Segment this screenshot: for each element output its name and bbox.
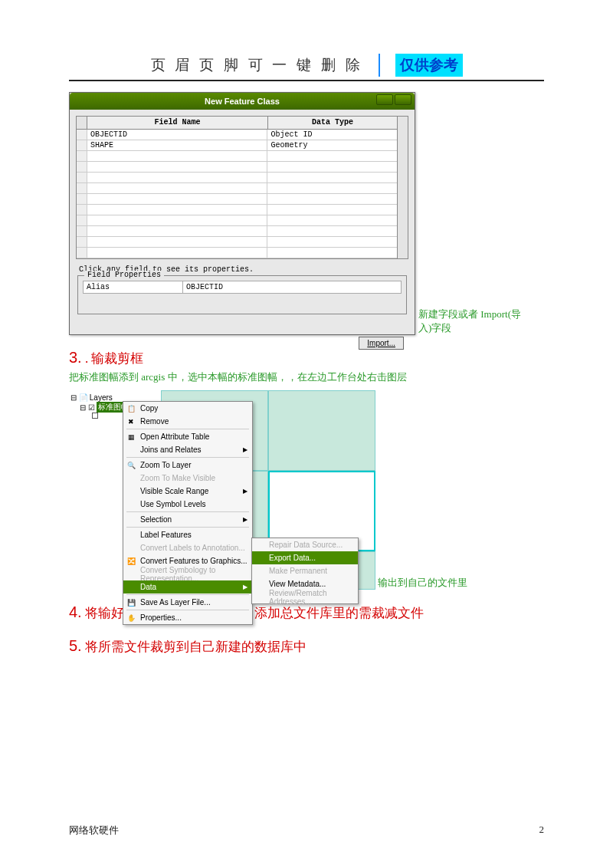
annotation-export: 输出到自己的文件里: [378, 576, 467, 590]
prop-value[interactable]: OBJECTID: [183, 281, 401, 293]
ctx-convert-symbology: Convert Symbology to Representation...: [123, 567, 252, 580]
toc-layers[interactable]: Layers: [90, 393, 113, 402]
prop-key: Alias: [84, 281, 183, 293]
section-3-heading: 3. . 输裁剪框: [69, 346, 544, 369]
annotation-import: 新建字段或者 Import(导入)字段: [418, 307, 526, 335]
context-submenu-data[interactable]: Repair Data Source... Export Data... Mak…: [251, 538, 359, 604]
new-feature-class-dialog: New Feature Class Field Name Data Type: [69, 92, 415, 335]
grid-scrollbar[interactable]: [397, 117, 408, 258]
ctx-zoom-make-visible: Zoom To Make Visible: [123, 472, 252, 485]
import-button[interactable]: Import...: [359, 337, 404, 350]
ctx-open-attr-table[interactable]: ▦Open Attribute Table: [123, 430, 252, 443]
dialog-titlebar: New Feature Class: [70, 93, 415, 110]
section-5-heading: 5. 将所需文件裁剪到自己新建的数据库中: [69, 634, 544, 657]
ctx-convert-labels: Convert Labels to Annotation...: [123, 541, 252, 554]
header-badge: 仅供参考: [395, 54, 463, 77]
ctx-copy[interactable]: 📋Copy: [123, 402, 252, 415]
col-data-type: Data Type: [268, 117, 397, 129]
ctx-selection[interactable]: Selection▶: [123, 513, 252, 526]
header-rule: [69, 80, 544, 81]
subctx-rematch: Review/Rematch Addresses...: [252, 590, 358, 603]
subctx-make-permanent: Make Permanent: [252, 564, 358, 577]
field-properties-legend: Field Properties: [84, 271, 164, 279]
ctx-properties[interactable]: ✋Properties...: [123, 611, 252, 624]
subctx-repair: Repair Data Source...: [252, 538, 358, 551]
ctx-visible-scale-range[interactable]: Visible Scale Range▶: [123, 485, 252, 498]
arcgis-context-menu-scene: ⊟ 📄 Layers ⊟ ☑ 标准图幅 📋Copy ✖Remove ▦Open …: [69, 390, 375, 590]
field-properties-group: Field Properties Alias OBJECTID: [77, 275, 407, 314]
ctx-save-layer-file[interactable]: 💾Save As Layer File...: [123, 596, 252, 609]
section-3-sub: 把标准图幅添到 arcgis 中，选中本幅的标准图幅，，在左边工作台处右击图层: [69, 370, 544, 384]
ctx-label-features[interactable]: Label Features: [123, 528, 252, 541]
maximize-button[interactable]: [395, 94, 411, 105]
footer-page-number: 2: [539, 824, 545, 837]
page-header-title: 页 眉 页 脚 可 一 键 删 除: [151, 55, 363, 75]
ctx-zoom-to-layer[interactable]: 🔍Zoom To Layer: [123, 459, 252, 472]
fields-grid[interactable]: Field Name Data Type OBJECTID Object ID …: [76, 116, 408, 259]
minimize-button[interactable]: [376, 94, 393, 105]
col-field-name: Field Name: [87, 117, 268, 129]
ctx-use-symbol-levels[interactable]: Use Symbol Levels: [123, 498, 252, 511]
table-row[interactable]: SHAPE Geometry: [77, 140, 397, 151]
footer-left: 网络软硬件: [69, 824, 119, 837]
ctx-joins-relates[interactable]: Joins and Relates▶: [123, 443, 252, 456]
context-menu[interactable]: 📋Copy ✖Remove ▦Open Attribute Table Join…: [123, 401, 253, 625]
table-row[interactable]: OBJECTID Object ID: [77, 130, 397, 140]
ctx-remove[interactable]: ✖Remove: [123, 415, 252, 428]
toc-panel: ⊟ 📄 Layers ⊟ ☑ 标准图幅: [70, 393, 130, 419]
dialog-title: New Feature Class: [70, 97, 415, 106]
header-divider: [379, 54, 380, 77]
ctx-data[interactable]: Data▶: [123, 580, 252, 593]
subctx-export-data[interactable]: Export Data...: [252, 551, 358, 564]
